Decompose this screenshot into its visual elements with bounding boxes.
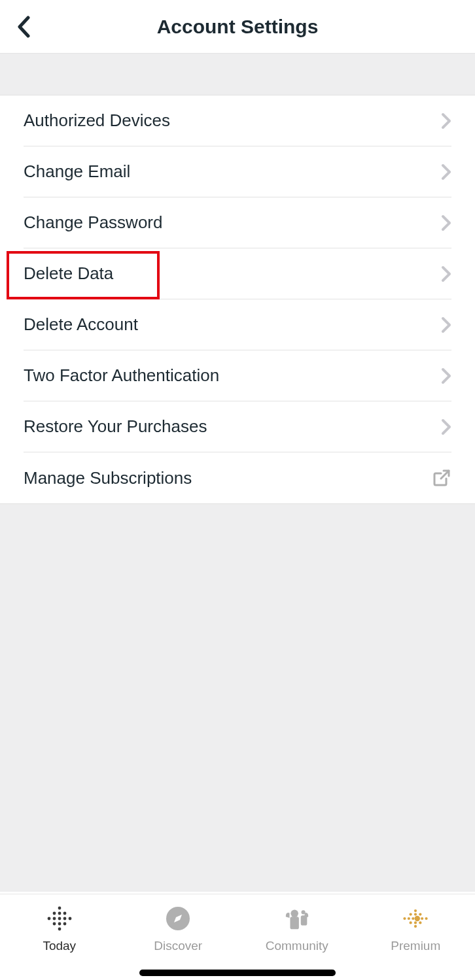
premium-icon bbox=[400, 904, 431, 934]
svg-point-20 bbox=[414, 909, 417, 912]
row-label: Restore Your Purchases bbox=[24, 416, 207, 437]
row-label: Delete Data bbox=[24, 263, 113, 284]
today-icon bbox=[44, 904, 75, 934]
back-button[interactable] bbox=[10, 14, 37, 40]
svg-point-25 bbox=[408, 917, 410, 920]
row-label: Two Factor Authentication bbox=[24, 365, 219, 386]
external-link-icon bbox=[432, 468, 451, 488]
page-title: Account Settings bbox=[157, 16, 319, 38]
svg-point-29 bbox=[425, 917, 428, 920]
svg-point-9 bbox=[68, 917, 71, 921]
svg-point-23 bbox=[419, 913, 421, 915]
svg-rect-18 bbox=[290, 917, 298, 929]
chevron-right-icon bbox=[441, 265, 451, 282]
svg-line-0 bbox=[441, 471, 449, 479]
svg-point-7 bbox=[58, 917, 61, 921]
row-label: Change Password bbox=[24, 212, 162, 233]
tab-label: Premium bbox=[391, 939, 440, 953]
svg-point-30 bbox=[410, 921, 412, 924]
row-change-password[interactable]: Change Password bbox=[24, 197, 451, 248]
tab-today[interactable]: Today bbox=[0, 894, 119, 980]
settings-list: Authorized Devices Change Email Change P… bbox=[0, 95, 475, 503]
svg-point-24 bbox=[404, 917, 406, 920]
svg-point-2 bbox=[52, 912, 56, 915]
chevron-right-icon bbox=[441, 316, 451, 333]
chevron-right-icon bbox=[441, 418, 451, 435]
svg-point-16 bbox=[290, 910, 298, 918]
svg-point-26 bbox=[412, 917, 414, 920]
svg-point-33 bbox=[414, 925, 417, 928]
tab-community[interactable]: Community bbox=[238, 894, 357, 980]
svg-point-31 bbox=[414, 921, 417, 924]
row-label: Manage Subscriptions bbox=[24, 468, 192, 488]
chevron-right-icon bbox=[441, 163, 451, 180]
row-restore-purchases[interactable]: Restore Your Purchases bbox=[24, 401, 451, 452]
row-delete-account[interactable]: Delete Account bbox=[24, 299, 451, 350]
row-delete-data[interactable]: Delete Data bbox=[24, 248, 451, 299]
svg-point-28 bbox=[421, 917, 423, 920]
svg-rect-19 bbox=[301, 915, 308, 925]
home-indicator[interactable] bbox=[139, 970, 336, 976]
row-change-email[interactable]: Change Email bbox=[24, 146, 451, 197]
svg-point-32 bbox=[419, 921, 421, 924]
svg-point-4 bbox=[63, 912, 66, 915]
chevron-right-icon bbox=[441, 367, 451, 384]
tab-premium[interactable]: Premium bbox=[357, 894, 476, 980]
svg-point-21 bbox=[410, 913, 412, 915]
svg-point-27 bbox=[415, 916, 420, 921]
tab-label: Today bbox=[43, 939, 76, 953]
svg-point-10 bbox=[52, 922, 56, 926]
tab-discover[interactable]: Discover bbox=[119, 894, 238, 980]
row-manage-subscriptions[interactable]: Manage Subscriptions bbox=[24, 452, 451, 503]
svg-point-5 bbox=[47, 917, 50, 921]
compass-icon bbox=[163, 904, 193, 934]
section-spacer bbox=[0, 54, 475, 95]
row-two-factor-authentication[interactable]: Two Factor Authentication bbox=[24, 350, 451, 401]
svg-point-1 bbox=[58, 907, 61, 910]
svg-point-3 bbox=[58, 912, 61, 915]
row-authorized-devices[interactable]: Authorized Devices bbox=[24, 95, 451, 146]
row-label: Change Email bbox=[24, 161, 130, 182]
people-icon bbox=[282, 904, 312, 934]
row-label: Authorized Devices bbox=[24, 110, 170, 131]
chevron-right-icon bbox=[441, 112, 451, 129]
chevron-right-icon bbox=[441, 214, 451, 231]
header: Account Settings bbox=[0, 0, 475, 54]
svg-point-6 bbox=[52, 917, 56, 921]
row-label: Delete Account bbox=[24, 314, 138, 335]
tab-label: Community bbox=[266, 939, 328, 953]
svg-point-13 bbox=[58, 928, 61, 931]
chevron-left-icon bbox=[16, 16, 31, 38]
empty-area bbox=[0, 503, 475, 892]
svg-point-22 bbox=[414, 913, 417, 915]
svg-point-8 bbox=[63, 917, 66, 921]
tab-bar: Today Discover Community bbox=[0, 894, 475, 980]
svg-point-12 bbox=[63, 922, 66, 926]
tab-label: Discover bbox=[154, 939, 202, 953]
svg-point-11 bbox=[58, 922, 61, 926]
